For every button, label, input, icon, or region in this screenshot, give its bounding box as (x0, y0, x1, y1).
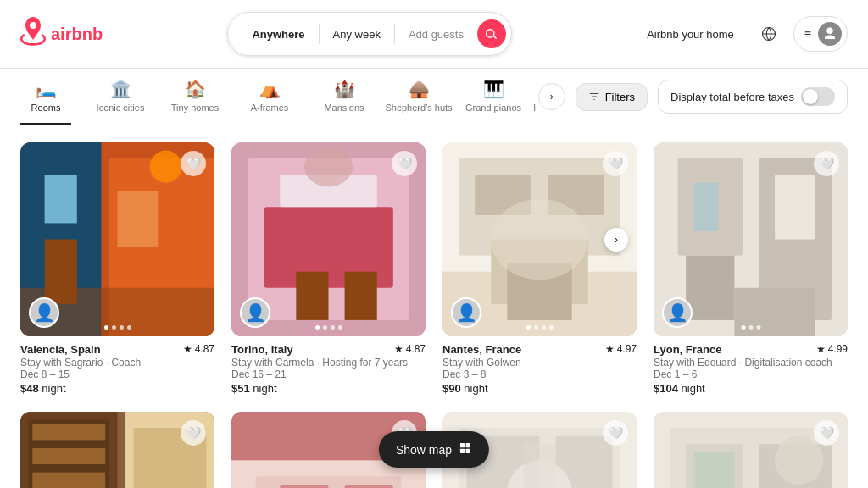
category-a-frames[interactable]: ⛺ A-frames (244, 79, 295, 125)
svg-rect-68 (460, 443, 465, 447)
listing-image-3: 🤍 👤 › (442, 142, 637, 336)
display-taxes-label: Display total before taxes (670, 91, 794, 103)
image-dots-1 (104, 325, 131, 330)
svg-rect-59 (523, 444, 555, 488)
listing-image-2: 🤍 👤 (231, 142, 426, 336)
tiny-homes-icon: 🏠 (185, 79, 206, 99)
search-guests[interactable]: Add guests (398, 28, 474, 41)
svg-point-23 (491, 199, 588, 280)
listing-image-4: 🤍 👤 (654, 142, 848, 336)
card-top-row-3: Nantes, France ★ 4.97 (442, 343, 637, 356)
svg-rect-29 (694, 183, 719, 231)
dot (748, 325, 753, 330)
user-menu[interactable]: ≡ (793, 16, 848, 52)
category-rooms-label: Rooms (31, 103, 61, 113)
search-divider-2 (394, 24, 395, 44)
svg-rect-13 (296, 272, 328, 320)
listing-card-3[interactable]: 🤍 👤 › Nantes, France ★ 4.97 (442, 142, 637, 395)
avatar (818, 22, 842, 46)
host-avatar-4: 👤 (662, 297, 693, 328)
hamburger-icon: ≡ (804, 27, 811, 41)
search-button[interactable] (477, 19, 506, 48)
listing-info-1: Valencia, Spain ★ 4.87 Stay with Sagrari… (20, 336, 214, 395)
listing-price-3: $90 night (442, 382, 637, 395)
listing-next-button-3[interactable]: › (604, 228, 628, 252)
wishlist-button-3[interactable]: 🤍 (603, 151, 628, 176)
listing-card-1[interactable]: 🤍 👤 Valencia, Spain ★ 4.87 Stay (20, 142, 214, 395)
wishlist-button-2[interactable]: 🤍 (392, 151, 417, 176)
listing-card-8[interactable]: 🤍 (654, 412, 848, 488)
category-shepherds-huts-label: Shepherd's huts (385, 103, 452, 113)
show-map-button[interactable]: Show map (379, 431, 489, 468)
svg-rect-30 (775, 175, 815, 239)
search-bar: Anywhere Any week Add guests (227, 12, 512, 56)
svg-rect-35 (32, 424, 105, 440)
search-location[interactable]: Anywhere (242, 28, 314, 41)
category-mansions[interactable]: 🏰 Mansions (319, 79, 370, 125)
listing-location-3: Nantes, France (442, 343, 521, 356)
svg-point-66 (775, 436, 823, 485)
search-dates[interactable]: Any week (323, 28, 391, 41)
map-grid-icon (459, 441, 472, 458)
listing-host-4: Stay with Edouard · Digitalisation coach (654, 357, 848, 369)
listing-card-4[interactable]: 🤍 👤 Lyon, France ★ 4.99 Stay with Edouar… (654, 142, 848, 395)
filter-section: Filters Display total before taxes (576, 80, 848, 124)
host-avatar-2: 👤 (240, 297, 270, 328)
listing-location-4: Lyon, France (654, 343, 721, 356)
listing-rating-2: ★ 4.87 (394, 343, 426, 355)
svg-rect-36 (32, 448, 105, 464)
language-button[interactable] (754, 19, 783, 48)
logo[interactable]: airbnb (20, 17, 103, 52)
listing-image-1: 🤍 👤 (20, 142, 214, 336)
listing-host-3: Stay with Golwen (442, 357, 637, 369)
dot (534, 325, 538, 330)
listing-image-8: 🤍 (654, 412, 848, 488)
rating-value-4: 4.99 (828, 343, 848, 355)
categories-next-button[interactable]: › (538, 83, 565, 110)
toggle-switch[interactable] (801, 87, 835, 106)
show-map-container: Show map (379, 431, 489, 468)
category-iconic-cities[interactable]: 🏛️ Iconic cities (95, 79, 146, 125)
listing-host-2: Stay with Carmela · Hosting for 7 years (231, 357, 426, 369)
wishlist-button-7[interactable]: 🤍 (603, 420, 628, 446)
image-dots-3 (526, 325, 554, 330)
svg-rect-6 (118, 191, 159, 247)
listing-dates-4: Dec 1 – 6 (654, 369, 848, 380)
dot (756, 325, 760, 330)
listing-rating-1: ★ 4.87 (183, 343, 214, 355)
dot (112, 325, 116, 330)
wishlist-button-1[interactable]: 🤍 (181, 151, 206, 176)
svg-rect-48 (280, 485, 328, 488)
dot (542, 325, 546, 330)
listing-card-2[interactable]: 🤍 👤 Torino, Italy ★ 4.87 Stay wi (231, 142, 426, 395)
filters-button[interactable]: Filters (576, 83, 648, 111)
shepherds-huts-icon: 🛖 (409, 79, 430, 99)
star-icon: ★ (816, 343, 826, 355)
listing-dates-1: Dec 8 – 15 (20, 369, 214, 380)
listing-card-5[interactable]: 🤍 (20, 412, 214, 488)
category-a-frames-label: A-frames (251, 103, 289, 113)
display-taxes-toggle[interactable]: Display total before taxes (658, 80, 848, 114)
wishlist-button-5[interactable]: 🤍 (181, 420, 206, 446)
category-grand-pianos[interactable]: 🎹 Grand pianos (468, 79, 519, 125)
category-shepherds-huts[interactable]: 🛖 Shepherd's huts (393, 79, 444, 125)
wishlist-button-4[interactable]: 🤍 (814, 151, 839, 176)
svg-rect-14 (345, 272, 377, 320)
listing-image-5: 🤍 (20, 412, 214, 488)
dot (338, 325, 342, 330)
logo-text: airbnb (51, 25, 103, 44)
category-rooms[interactable]: 🛏️ Rooms (20, 79, 71, 125)
category-historical-homes-label: Historical homes (533, 103, 537, 113)
dot (315, 325, 320, 330)
image-dots-4 (741, 325, 760, 330)
listing-rating-3: ★ 4.97 (605, 343, 637, 355)
rating-value-1: 4.87 (195, 343, 214, 355)
dot (741, 325, 745, 330)
category-tiny-homes[interactable]: 🏠 Tiny homes (170, 79, 220, 125)
host-link[interactable]: Airbnb your home (637, 21, 744, 47)
dot (323, 325, 327, 330)
host-avatar-1: 👤 (29, 297, 59, 328)
wishlist-button-8[interactable]: 🤍 (814, 420, 839, 446)
search-divider (319, 24, 320, 44)
svg-rect-3 (45, 175, 77, 223)
